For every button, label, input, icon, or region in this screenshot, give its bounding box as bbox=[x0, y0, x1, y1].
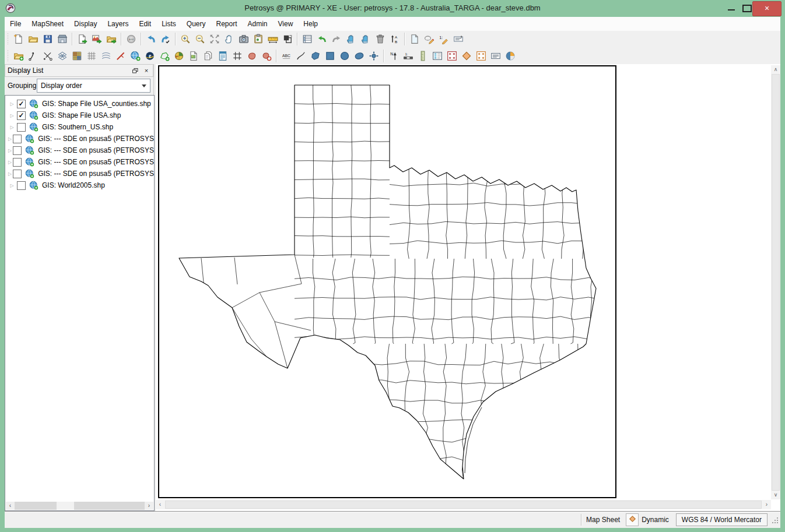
graticule-button[interactable] bbox=[230, 48, 244, 63]
select-plus-button[interactable] bbox=[358, 32, 373, 47]
resize-grip[interactable] bbox=[772, 517, 779, 526]
new-map-button[interactable] bbox=[11, 32, 26, 47]
layer-checkbox[interactable] bbox=[17, 181, 26, 190]
scrollbar-track[interactable] bbox=[164, 500, 762, 509]
toolbar-grip[interactable] bbox=[6, 50, 9, 62]
map-sheet-button[interactable] bbox=[459, 48, 474, 63]
map-horizontal-scrollbar[interactable]: ‹ › bbox=[156, 500, 771, 509]
menu-item-view[interactable]: View bbox=[273, 17, 299, 30]
expander-icon[interactable]: ▷ bbox=[8, 160, 12, 165]
menu-item-admin[interactable]: Admin bbox=[243, 17, 273, 30]
sort-ab-button[interactable]: AB bbox=[387, 32, 402, 47]
undo-display-button[interactable] bbox=[314, 32, 329, 47]
menu-item-help[interactable]: Help bbox=[298, 17, 323, 30]
layer-checkbox[interactable] bbox=[13, 158, 22, 167]
map-canvas[interactable] bbox=[158, 65, 616, 501]
toolbar-grip[interactable] bbox=[6, 33, 9, 45]
scroll-up-icon[interactable]: ∧ bbox=[771, 65, 780, 74]
menu-item-display[interactable]: Display bbox=[69, 17, 102, 30]
layer-row-8[interactable]: ▷GIS: World2005.shp bbox=[5, 179, 154, 191]
layer-row-4[interactable]: ▷GIS: --- SDE on psusa5 (PETROSYS.USA bbox=[5, 133, 154, 145]
export-folder-button[interactable] bbox=[104, 32, 118, 47]
fault-button[interactable] bbox=[113, 48, 128, 63]
grid-display-button[interactable] bbox=[69, 48, 84, 63]
dynamic-indicator[interactable] bbox=[626, 513, 639, 526]
legend-button[interactable] bbox=[430, 48, 444, 63]
scrollbar-track[interactable] bbox=[15, 502, 145, 510]
layer-list[interactable]: ▷✓GIS: Shape File USA_counties.shp▷✓GIS:… bbox=[5, 95, 155, 511]
grouping-select[interactable]: Display order bbox=[37, 79, 150, 93]
layer-checkbox[interactable]: ✓ bbox=[17, 111, 26, 120]
menu-item-layers[interactable]: Layers bbox=[102, 17, 134, 30]
vertical-scale-button[interactable] bbox=[415, 48, 430, 63]
pan-button[interactable] bbox=[222, 32, 236, 47]
layer-checkbox[interactable] bbox=[13, 135, 22, 143]
image-doc-button[interactable] bbox=[186, 48, 201, 63]
pie-chart-button[interactable] bbox=[503, 48, 517, 63]
digitise-button[interactable] bbox=[40, 48, 55, 63]
draw-ellipse-button[interactable] bbox=[352, 48, 366, 63]
layer-checkbox[interactable] bbox=[13, 170, 22, 178]
minimize-button[interactable] bbox=[728, 8, 735, 10]
form-doc-button[interactable] bbox=[215, 48, 230, 63]
layer-row-6[interactable]: ▷GIS: --- SDE on psusa5 (PETROSYS.GO bbox=[5, 156, 154, 168]
edit-scale-button[interactable]: 1: bbox=[436, 32, 451, 47]
export-image-button[interactable] bbox=[89, 32, 104, 47]
expander-icon[interactable]: ▷ bbox=[8, 148, 12, 153]
draw-point-button[interactable] bbox=[366, 48, 381, 63]
scroll-down-icon[interactable]: ∨ bbox=[771, 491, 780, 499]
scroll-left-icon[interactable]: ‹ bbox=[156, 500, 164, 509]
redo-display-button[interactable] bbox=[329, 32, 344, 47]
expander-icon[interactable]: ▷ bbox=[8, 183, 16, 188]
expander-icon[interactable]: ▷ bbox=[8, 136, 12, 142]
export-doc-button[interactable] bbox=[75, 32, 89, 47]
new-page-button[interactable] bbox=[407, 32, 422, 47]
expander-icon[interactable]: ▷ bbox=[8, 125, 16, 130]
panel-close-icon[interactable]: × bbox=[142, 66, 151, 75]
scroll-right-icon[interactable]: › bbox=[145, 502, 153, 510]
map-frame2-button[interactable] bbox=[474, 48, 488, 63]
text-abc-button[interactable]: ABC bbox=[279, 48, 293, 63]
scroll-left-icon[interactable]: ‹ bbox=[6, 502, 15, 510]
layer-row-2[interactable]: ▷✓GIS: Shape File USA.shp bbox=[5, 110, 154, 121]
zoom-in-button[interactable] bbox=[178, 32, 192, 47]
abort-button[interactable]: AGB bbox=[124, 32, 138, 47]
web-map-button[interactable]: e bbox=[142, 48, 157, 63]
save-store-button[interactable] bbox=[55, 32, 69, 47]
draw-line-button[interactable] bbox=[293, 48, 308, 63]
display-list-button[interactable] bbox=[300, 32, 314, 47]
layer-checkbox[interactable] bbox=[13, 146, 22, 155]
open-button[interactable] bbox=[26, 32, 40, 47]
menu-item-report[interactable]: Report bbox=[211, 17, 243, 30]
snapshot-button[interactable] bbox=[236, 32, 251, 47]
list-horizontal-scrollbar[interactable]: ‹ › bbox=[6, 502, 153, 510]
draw-polygon-button[interactable] bbox=[308, 48, 323, 63]
panel-float-icon[interactable] bbox=[131, 66, 140, 75]
well-path-button[interactable] bbox=[26, 48, 40, 63]
scrollbar-thumb[interactable] bbox=[165, 501, 762, 509]
culture-select-button[interactable] bbox=[259, 48, 274, 63]
layer-row-1[interactable]: ▷✓GIS: Shape File USA_counties.shp bbox=[5, 98, 154, 110]
scroll-right-icon[interactable]: › bbox=[762, 500, 771, 509]
title-block-button[interactable] bbox=[488, 48, 503, 63]
paste-view-button[interactable] bbox=[251, 32, 265, 47]
close-button[interactable]: × bbox=[752, 1, 782, 16]
menu-item-query[interactable]: Query bbox=[181, 17, 211, 30]
culture-button[interactable] bbox=[244, 48, 259, 63]
layer-row-5[interactable]: ▷GIS: --- SDE on psusa5 (PETROSYS.USA bbox=[5, 145, 154, 156]
redo-button[interactable] bbox=[158, 32, 173, 47]
edit-shape-button[interactable] bbox=[422, 32, 436, 47]
delete-button[interactable] bbox=[373, 32, 387, 47]
globe-pie-button[interactable] bbox=[171, 48, 186, 63]
menu-item-file[interactable]: File bbox=[5, 17, 26, 30]
zoom-extents-button[interactable] bbox=[207, 32, 222, 47]
contours-button[interactable] bbox=[99, 48, 113, 63]
expander-icon[interactable]: ▷ bbox=[8, 113, 16, 118]
expander-icon[interactable]: ▷ bbox=[8, 101, 16, 107]
layer-row-3[interactable]: ▷GIS: Southern_US.shp bbox=[5, 121, 154, 133]
select-button[interactable] bbox=[344, 32, 358, 47]
undo-button[interactable] bbox=[143, 32, 158, 47]
copy-map-button[interactable] bbox=[280, 32, 295, 47]
expander-icon[interactable]: ▷ bbox=[8, 171, 12, 177]
measure-button[interactable] bbox=[265, 32, 280, 47]
